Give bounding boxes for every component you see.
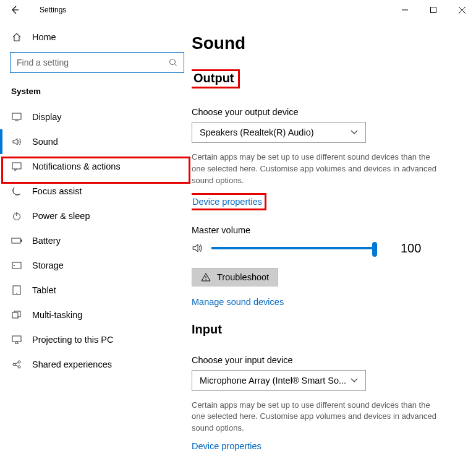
sidebar-item-projecting[interactable]: Projecting to this PC [0, 327, 192, 352]
sidebar-item-display[interactable]: Display [0, 105, 192, 129]
sidebar-item-storage[interactable]: Storage [0, 253, 192, 278]
output-heading: Output [192, 69, 240, 88]
troubleshoot-button[interactable]: Troubleshoot [192, 268, 278, 286]
svg-point-13 [13, 363, 15, 366]
maximize-button[interactable] [419, 0, 448, 20]
battery-icon [11, 237, 22, 244]
volume-icon[interactable] [192, 243, 203, 254]
sidebar-item-sound[interactable]: Sound [0, 129, 192, 154]
minimize-button[interactable] [391, 0, 419, 20]
sidebar-item-label: Projecting to this PC [32, 335, 113, 345]
input-device-value: Microphone Array (Intel® Smart So... [200, 376, 346, 385]
svg-rect-6 [21, 239, 22, 242]
back-button[interactable] [2, 0, 27, 20]
sidebar-home[interactable]: Home [0, 26, 192, 48]
input-help-text: Certain apps may be set up to use differ… [192, 400, 445, 435]
input-heading: Input [192, 322, 222, 337]
sidebar: Home System Display Sound Notifications … [0, 20, 192, 456]
power-icon [11, 211, 22, 221]
manage-sound-devices-link[interactable]: Manage sound devices [192, 297, 284, 307]
search-icon [169, 58, 177, 67]
tablet-icon [11, 285, 22, 295]
warning-icon [201, 273, 211, 282]
svg-rect-2 [12, 113, 21, 119]
svg-rect-11 [12, 312, 18, 318]
window-title: Settings [40, 6, 66, 14]
master-volume-slider[interactable] [211, 242, 376, 254]
shared-icon [11, 359, 22, 369]
sidebar-item-multitasking[interactable]: Multi-tasking [0, 303, 192, 327]
sidebar-item-label: Focus assist [32, 186, 82, 196]
master-volume-value: 100 [401, 241, 421, 256]
focus-assist-icon [11, 186, 22, 196]
svg-rect-12 [12, 336, 21, 342]
arrow-left-icon [10, 5, 20, 15]
storage-icon [11, 262, 22, 269]
sidebar-item-label: Battery [32, 236, 61, 246]
sidebar-item-label: Tablet [32, 285, 56, 295]
chevron-down-icon [351, 378, 358, 383]
chevron-down-icon [351, 130, 358, 135]
svg-point-8 [14, 265, 15, 266]
sound-icon [11, 137, 22, 147]
multitasking-icon [11, 311, 22, 319]
minimize-icon [402, 7, 408, 13]
master-volume-label: Master volume [192, 225, 469, 235]
sidebar-item-shared-experiences[interactable]: Shared experiences [0, 352, 192, 377]
svg-rect-0 [431, 7, 436, 13]
sidebar-item-notifications[interactable]: Notifications & actions [0, 154, 192, 179]
svg-rect-5 [12, 238, 20, 243]
sidebar-item-label: Multi-tasking [32, 310, 82, 320]
close-button[interactable] [448, 0, 476, 20]
sidebar-section-header: System [0, 84, 192, 105]
home-icon [11, 32, 22, 42]
sidebar-item-label: Shared experiences [32, 359, 112, 369]
output-help-text: Certain apps may be set up to use differ… [192, 152, 445, 187]
content-pane: Sound Output Choose your output device S… [192, 20, 476, 456]
sidebar-item-label: Notifications & actions [32, 161, 121, 171]
input-device-select[interactable]: Microphone Array (Intel® Smart So... [192, 370, 366, 391]
sidebar-item-power-sleep[interactable]: Power & sleep [0, 204, 192, 228]
svg-point-16 [205, 279, 206, 280]
sidebar-item-label: Power & sleep [32, 211, 90, 221]
sidebar-item-battery[interactable]: Battery [0, 228, 192, 253]
svg-point-15 [18, 366, 20, 368]
output-device-properties-link[interactable]: Device properties [192, 197, 262, 207]
input-device-label: Choose your input device [192, 355, 469, 365]
sidebar-home-label: Home [32, 32, 56, 42]
projecting-icon [11, 335, 22, 344]
slider-thumb[interactable] [372, 242, 377, 257]
input-device-properties-link[interactable]: Device properties [192, 441, 261, 451]
svg-point-1 [170, 59, 176, 65]
output-device-select[interactable]: Speakers (Realtek(R) Audio) [192, 122, 366, 143]
svg-point-10 [16, 293, 17, 294]
notifications-icon [11, 162, 22, 171]
display-icon [11, 113, 22, 121]
svg-point-14 [18, 361, 20, 363]
page-title: Sound [192, 33, 469, 53]
troubleshoot-label: Troubleshoot [217, 272, 269, 282]
close-icon [459, 7, 465, 14]
sidebar-item-label: Sound [32, 137, 58, 147]
output-device-value: Speakers (Realtek(R) Audio) [200, 127, 314, 137]
maximize-icon [430, 7, 436, 13]
search-input[interactable] [10, 52, 184, 73]
sidebar-item-focus-assist[interactable]: Focus assist [0, 179, 192, 204]
sidebar-item-label: Storage [32, 260, 64, 270]
output-device-label: Choose your output device [192, 107, 469, 117]
sidebar-item-label: Display [32, 112, 62, 122]
svg-rect-3 [12, 163, 21, 169]
sidebar-item-tablet[interactable]: Tablet [0, 278, 192, 303]
search-field[interactable] [17, 58, 159, 67]
